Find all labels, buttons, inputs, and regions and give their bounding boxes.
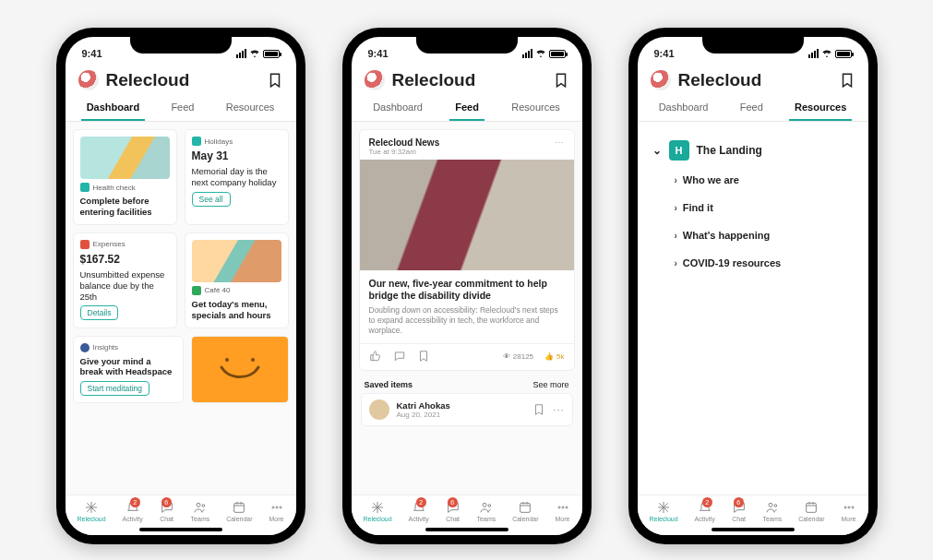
nav-teams[interactable]: Teams: [477, 500, 496, 522]
tab-dashboard[interactable]: Dashboard: [653, 94, 714, 121]
svg-point-9: [488, 505, 491, 507]
tabs: Dashboard Feed Resources: [66, 94, 296, 122]
nav-chat[interactable]: 6Chat: [160, 500, 174, 522]
nav-chat[interactable]: 6Chat: [446, 500, 461, 522]
status-time: 9:41: [368, 48, 389, 59]
avatar[interactable]: [78, 70, 99, 90]
nav-more[interactable]: More: [842, 500, 856, 522]
tab-resources[interactable]: Resources: [221, 94, 281, 121]
saved-more-button[interactable]: ···: [553, 404, 564, 415]
saved-item[interactable]: Katri Ahokas Aug 20, 2021 ···: [361, 393, 573, 426]
nav-relecloud[interactable]: Relecloud: [77, 500, 105, 522]
card-holidays[interactable]: Holidays May 31 Memorial day is the next…: [185, 129, 289, 225]
saved-label: Saved items: [365, 380, 413, 389]
phone-resources: 9:41 Relecloud Dashboard Feed Resources …: [628, 28, 878, 544]
tab-dashboard[interactable]: Dashboard: [81, 94, 145, 121]
svg-point-1: [251, 358, 255, 362]
card-health[interactable]: Health check Complete before entering fa…: [73, 129, 177, 225]
avatar[interactable]: [651, 70, 671, 90]
saved-section: Saved items See more Katri Ahokas Aug 20…: [359, 371, 575, 428]
cafe-text: Get today's menu, specials and hours: [192, 299, 281, 321]
tabs: Dashboard Feed Resources: [352, 94, 582, 122]
tab-resources[interactable]: Resources: [789, 94, 852, 121]
tab-feed[interactable]: Feed: [165, 94, 199, 121]
bookmark-button[interactable]: [267, 72, 283, 89]
reacts-stat: 👍 5k: [544, 352, 564, 361]
resource-item[interactable]: ›What's happening: [649, 221, 857, 249]
holidays-seeall-button[interactable]: See all: [192, 192, 231, 207]
insights-cta-button[interactable]: Start meditating: [80, 381, 150, 396]
card-cafe[interactable]: Café 40 Get today's menu, specials and h…: [185, 232, 289, 328]
app-header: Relecloud: [638, 65, 868, 94]
saved-seemore[interactable]: See more: [532, 380, 568, 389]
saved-name: Katri Ahokas: [397, 400, 526, 411]
nav-teams[interactable]: Teams: [763, 500, 783, 522]
bookmark-button[interactable]: [553, 72, 569, 89]
like-icon[interactable]: [369, 350, 382, 363]
tab-resources[interactable]: Resources: [506, 94, 566, 121]
nav-relecloud[interactable]: Relecloud: [363, 500, 391, 522]
app-header: Relecloud: [352, 65, 582, 94]
card-insights[interactable]: Insights Give your mind a break with Hea…: [73, 336, 184, 404]
signal-icon: [236, 49, 246, 58]
svg-point-18: [848, 506, 850, 508]
expenses-details-button[interactable]: Details: [80, 305, 119, 320]
nav-relecloud[interactable]: Relecloud: [649, 500, 677, 522]
expenses-label: Expenses: [93, 240, 126, 248]
tab-feed[interactable]: Feed: [735, 94, 769, 121]
nav-activity[interactable]: 2Activity: [695, 500, 715, 522]
nav-activity[interactable]: 2Activity: [123, 500, 143, 522]
feed-more-button[interactable]: ···: [555, 137, 565, 156]
svg-point-7: [280, 506, 281, 508]
nav-calendar[interactable]: Calendar: [798, 500, 824, 522]
nav-calendar[interactable]: Calendar: [512, 500, 538, 522]
svg-point-19: [852, 506, 854, 508]
app-title: Relecloud: [678, 70, 831, 90]
feed-card[interactable]: Relecloud News Tue at 9:32am ··· Our new…: [359, 129, 575, 371]
home-indicator[interactable]: [712, 528, 795, 531]
resource-item[interactable]: ›Find it: [649, 194, 857, 221]
card-expenses[interactable]: Expenses $167.52 Unsumbitted expense bal…: [73, 232, 177, 328]
nav-calendar[interactable]: Calendar: [226, 500, 252, 522]
resources-content: ⌄ H The Landing ›Who we are ›Find it ›Wh…: [638, 122, 868, 494]
resource-item[interactable]: ›COVID-19 resources: [649, 249, 857, 277]
avatar[interactable]: [365, 70, 385, 90]
holidays-date: May 31: [192, 149, 281, 162]
tab-dashboard[interactable]: Dashboard: [367, 94, 428, 121]
smile-icon: [212, 351, 268, 387]
battery-icon: [263, 50, 280, 58]
health-text: Complete before entering facilities: [80, 196, 170, 218]
resources-group-header[interactable]: ⌄ H The Landing: [649, 138, 857, 166]
wifi-icon: [821, 49, 832, 58]
health-illustration: [80, 137, 170, 179]
svg-point-14: [769, 503, 772, 506]
resource-item[interactable]: ›Who we are: [649, 166, 857, 194]
wifi-icon: [249, 49, 260, 58]
comment-icon[interactable]: [393, 350, 406, 363]
nav-more[interactable]: More: [269, 500, 284, 522]
chat-badge: 6: [161, 497, 172, 507]
tabs: Dashboard Feed Resources: [638, 94, 868, 122]
nav-activity[interactable]: 2Activity: [409, 500, 429, 522]
svg-rect-4: [234, 503, 245, 512]
nav-teams[interactable]: Teams: [191, 500, 210, 522]
home-indicator[interactable]: [139, 528, 222, 531]
nav-chat[interactable]: 6Chat: [732, 500, 747, 522]
saved-avatar: [369, 399, 389, 420]
signal-icon: [522, 49, 532, 58]
insights-label: Insights: [93, 343, 119, 351]
group-title: The Landing: [697, 144, 762, 157]
holidays-label: Holidays: [205, 137, 233, 146]
save-icon[interactable]: [417, 350, 430, 363]
phone-notch: [130, 33, 232, 54]
holidays-text: Memorial day is the next company holiday: [192, 166, 281, 188]
card-headspace-illustration[interactable]: [191, 336, 289, 404]
bookmark-button[interactable]: [839, 72, 855, 89]
chevron-right-icon: ›: [675, 231, 677, 241]
nav-more[interactable]: More: [556, 500, 570, 522]
tab-feed[interactable]: Feed: [449, 94, 484, 121]
home-indicator[interactable]: [425, 528, 508, 531]
svg-point-11: [558, 506, 560, 508]
app-header: Relecloud: [66, 65, 296, 94]
bookmark-icon[interactable]: [532, 403, 545, 416]
